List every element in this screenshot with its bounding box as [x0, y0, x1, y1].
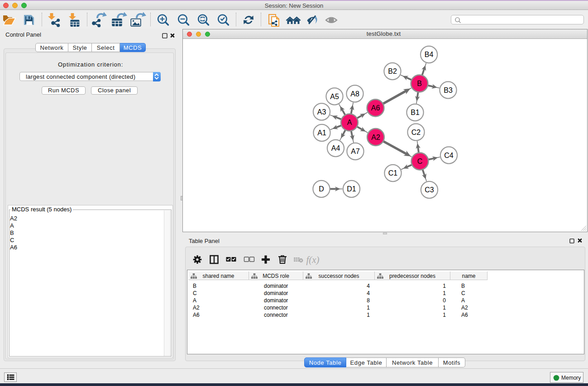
svg-text:B3: B3	[444, 86, 453, 94]
svg-text:A1: A1	[317, 129, 326, 137]
svg-text:B: B	[417, 80, 422, 87]
svg-text:A4: A4	[331, 144, 340, 152]
svg-text:C3: C3	[425, 186, 434, 194]
svg-text:A6: A6	[371, 104, 380, 112]
svg-text:A7: A7	[351, 148, 360, 155]
svg-text:C: C	[417, 157, 423, 165]
svg-text:C2: C2	[411, 129, 421, 136]
svg-text:B1: B1	[411, 109, 420, 116]
svg-text:D1: D1	[347, 185, 356, 193]
svg-text:A2: A2	[371, 133, 380, 141]
svg-text:A8: A8	[350, 90, 359, 98]
svg-text:D: D	[319, 185, 324, 193]
svg-text:C4: C4	[444, 152, 454, 159]
svg-text:A: A	[347, 119, 352, 126]
svg-text:A3: A3	[317, 108, 326, 116]
svg-text:B4: B4	[425, 51, 434, 58]
svg-text:C1: C1	[388, 169, 398, 177]
svg-text:A5: A5	[330, 93, 339, 100]
svg-text:B2: B2	[388, 67, 397, 75]
svg-text:f(x): f(x)	[306, 254, 319, 265]
